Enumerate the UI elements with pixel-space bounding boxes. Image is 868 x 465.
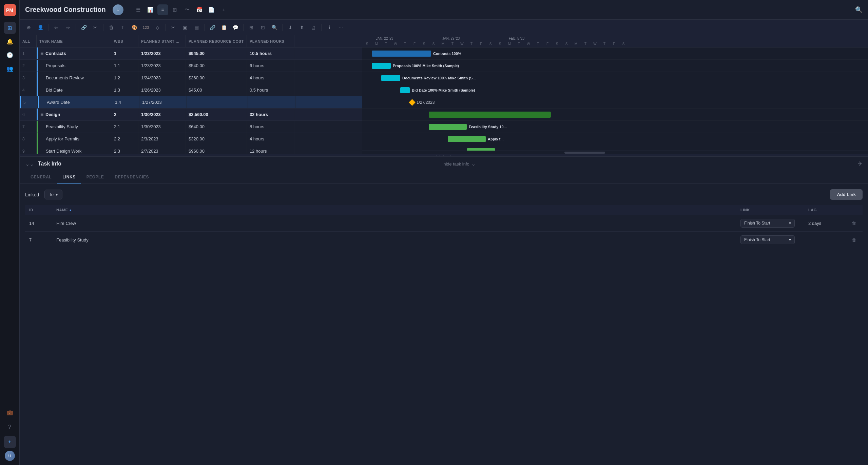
gantt-bar[interactable] [381,75,400,81]
col-header-cost[interactable]: PLANNED RESOURCE COST [186,35,247,47]
123-button[interactable]: 123 [141,22,151,33]
cell-name[interactable]: Award Date [38,96,112,108]
link2-button[interactable]: 🔗 [207,22,217,33]
sidebar-icon-home[interactable]: ⊞ [4,22,16,34]
separator-3 [103,24,103,31]
links-col-id[interactable]: ID [25,205,52,215]
resize-handle[interactable]: · · · · · [20,154,868,157]
gantt-scrollbar-thumb[interactable] [564,152,605,154]
gantt-bar[interactable] [372,63,391,69]
search-icon-top[interactable]: 🔍 [855,6,863,14]
links-col-link[interactable]: LINK [736,205,804,215]
gantt-bar[interactable] [400,87,410,93]
info-button[interactable]: ℹ [324,22,334,33]
delete-link-button[interactable]: 🗑 [849,235,859,245]
export-button[interactable]: ⬇ [285,22,295,33]
col-header-start[interactable]: PLANNED START ... [138,35,186,47]
document-icon[interactable]: 📄 [206,4,217,15]
cell-name[interactable]: Feasibility Study [37,121,111,133]
tab-people[interactable]: PEOPLE [81,171,110,183]
links-col-lag[interactable]: LAG [804,205,845,215]
add-link-button[interactable]: Add Link [830,189,863,200]
gantt-scrollbar[interactable] [362,151,868,154]
split-button[interactable]: ⊞ [246,22,256,33]
calendar-icon[interactable]: 📅 [194,4,205,15]
plus-icon[interactable]: + [218,4,229,15]
diamond-button[interactable]: ◇ [152,22,162,33]
link-type-dropdown[interactable]: Finish To Start ▾ [740,219,795,228]
delete-link-button[interactable]: 🗑 [849,218,859,228]
chart-icon[interactable]: 📊 [145,4,156,15]
table-row[interactable]: 9 Start Design Work 2.3 2/7/2023 $960.00… [20,145,362,154]
note-button[interactable]: 📋 [219,22,229,33]
table-row[interactable]: 4 Bid Date 1.3 1/26/2023 $45.00 0.5 hour… [20,84,362,96]
gantt-bar[interactable] [429,124,467,130]
col-header-task-name[interactable]: TASK NAME [37,35,111,47]
copy-button[interactable]: ▣ [180,22,190,33]
more-button[interactable]: ··· [336,22,346,33]
sidebar-icon-help[interactable]: ? [4,421,16,433]
links-col-name[interactable]: NAME▲ [52,205,736,215]
delete-button[interactable]: 🗑 [106,22,116,33]
paint-button[interactable]: 🎨 [129,22,139,33]
table-row[interactable]: 3 Documents Review 1.2 1/24/2023 $360.00… [20,72,362,84]
columns-button[interactable]: ⊡ [258,22,268,33]
list-view-icon[interactable]: ☰ [133,4,144,15]
linked-dropdown[interactable]: To ▾ [44,190,62,199]
hide-task-info-button[interactable]: hide task info ⌄ [443,161,476,167]
indent-button[interactable]: ⇒ [63,22,73,33]
paste-button[interactable]: ▤ [191,22,201,33]
table-row[interactable]: 7 Feasibility Study 2.1 1/30/2023 $640.0… [20,121,362,133]
col-header-hours[interactable]: PLANNED HOURS [247,35,294,47]
hours-value: 8 hours [250,124,264,129]
tab-links[interactable]: LINKS [57,171,81,183]
col-header-all[interactable]: ALL [20,35,37,47]
waveform-icon[interactable]: 〜 [182,4,193,15]
gantt-bar[interactable] [429,112,551,118]
comment-button[interactable]: 💬 [230,22,240,33]
pm-logo[interactable]: PM [4,4,16,16]
sidebar-icon-notifications[interactable]: 🔔 [4,35,16,47]
import-button[interactable]: ⬆ [297,22,307,33]
user-avatar-top[interactable]: U [113,4,123,15]
collapse-icon[interactable]: ⌄⌄ [25,161,34,167]
link-button[interactable]: 🔗 [79,22,89,33]
cell-name[interactable]: ▣Design [37,109,111,120]
user-avatar-sidebar[interactable]: U [5,451,15,461]
sidebar-icon-add[interactable]: + [4,436,16,448]
col-header-wbs[interactable]: WBS [111,35,138,47]
cell-name[interactable]: Documents Review [37,72,111,84]
gantt-bar[interactable] [467,148,495,151]
table-row[interactable]: 6 ▣Design 2 1/30/2023 $2,560.00 32 hours [20,109,362,121]
gantt-bar[interactable] [448,136,486,142]
zoom-button[interactable]: 🔍 [269,22,279,33]
add-task-button[interactable]: ⊕ [24,22,34,33]
unlink-button[interactable]: ✂ [90,22,100,33]
text-button[interactable]: T [118,22,128,33]
table-icon[interactable]: ⊞ [170,4,180,15]
expand-icon[interactable]: ▣ [40,52,43,55]
sidebar-icon-people[interactable]: 👥 [4,62,16,75]
cell-name[interactable]: Bid Date [37,84,111,96]
sidebar-icon-briefcase[interactable]: 💼 [4,406,16,418]
table-row[interactable]: 1 ▣Contracts 1 1/23/2023 $945.00 10.5 ho… [20,47,362,60]
tab-dependencies[interactable]: DEPENDENCIES [109,171,154,183]
cell-name[interactable]: Start Design Work [37,145,111,154]
table-row[interactable]: 5 Award Date 1.4 1/27/2023 [20,96,362,109]
cell-name[interactable]: Proposals [37,60,111,72]
print-button[interactable]: 🖨 [308,22,319,33]
link-type-dropdown[interactable]: Finish To Start ▾ [740,235,795,244]
outdent-button[interactable]: ⇐ [51,22,61,33]
table-row[interactable]: 2 Proposals 1.1 1/23/2023 $540.00 6 hour… [20,60,362,72]
cell-name[interactable]: Apply for Permits [37,133,111,145]
gantt-icon[interactable]: ≡ [157,4,168,15]
tab-general[interactable]: GENERAL [25,171,57,183]
cut-button[interactable]: ✂ [168,22,178,33]
gantt-bar[interactable] [372,51,431,57]
send-icon[interactable]: ✈ [857,160,863,168]
cell-name[interactable]: ▣Contracts [37,47,111,59]
sidebar-icon-clock[interactable]: 🕐 [4,49,16,61]
add-person-button[interactable]: 👤 [35,22,45,33]
table-row[interactable]: 8 Apply for Permits 2.2 2/3/2023 $320.00… [20,133,362,145]
expand-icon[interactable]: ▣ [40,113,43,116]
